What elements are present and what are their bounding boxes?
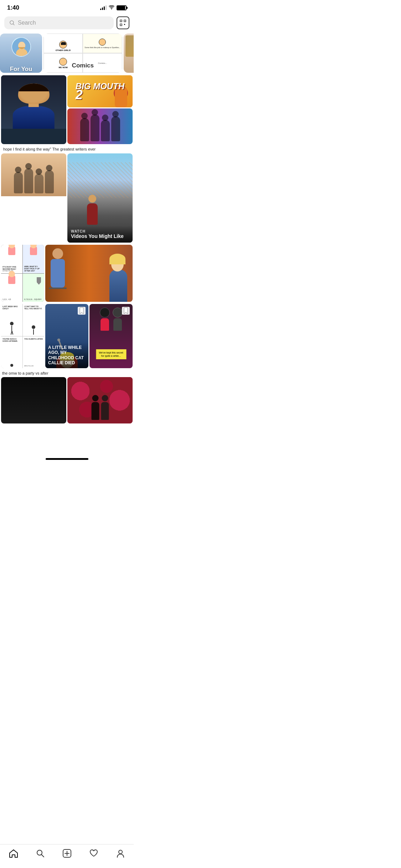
bookmark-2-svg [122, 307, 130, 315]
category-comics-label: Comics [43, 62, 122, 69]
search-bar[interactable]: Search [4, 16, 114, 29]
flowers-item[interactable] [67, 377, 133, 423]
comedian-item[interactable]: A LITTLE WHILE AGO, MY CHILDHOOD CAT CAL… [45, 304, 88, 368]
woman-portrait-item[interactable] [1, 75, 66, 144]
person-avatar-icon [12, 38, 31, 57]
video-thumbnail: WATCH Videos You Might Like [67, 153, 133, 243]
status-icons [100, 5, 127, 11]
for-you-bg: For You [0, 37, 42, 73]
content-row-3: IT'S OKAY! FIVE SECOND RULE! OH NO! PLOP… [0, 244, 134, 303]
stick-text-3: YOU'RE SUCH A GOOD LISTENER. [2, 338, 21, 342]
category-tabs: For You OTHER GIRLS! Some think like pin… [0, 32, 134, 74]
video-section[interactable]: WATCH Videos You Might Like [67, 153, 133, 243]
big-mouth-item[interactable]: BIG MOUTH 2 [67, 75, 133, 107]
stick-figure-image: LAST WEEK WAS CRAZY I CAN'T WAIT TO TELL… [1, 304, 44, 368]
signal-bar-2 [102, 7, 103, 10]
big-mouth-image: BIG MOUTH 2 [67, 75, 133, 107]
big-mouth-text: BIG MOUTH 2 [76, 82, 124, 100]
bookmark-svg [78, 307, 86, 315]
strip-text-1: IT'S OKAY! FIVE SECOND RULE! [2, 266, 21, 270]
wifi-icon [109, 5, 114, 11]
stick-figure-item[interactable]: LAST WEEK WAS CRAZY I CAN'T WAIT TO TELL… [1, 304, 44, 368]
home-indicator-area [0, 453, 134, 465]
battery-fill [117, 6, 125, 10]
content-row-4: LAST WEEK WAS CRAZY I CAN'T WAIT TO TELL… [0, 303, 134, 369]
writers-caption-row: hope I find it along the way" The greate… [1, 145, 133, 152]
person-1 [80, 118, 89, 141]
strip-text-3: 1,2,3... 4,5 [2, 298, 21, 300]
bookmark-2-icon[interactable] [122, 307, 130, 315]
secret-text: We've kept this secret for quite a while… [99, 351, 123, 357]
stick-panel-1: LAST WEEK WAS CRAZY [1, 304, 22, 336]
writer-3 [35, 174, 43, 193]
secret-couple-image: We've kept this secret for quite a while… [89, 304, 133, 368]
video-overlay: WATCH Videos You Might Like [67, 226, 133, 243]
fashion-portrait-image [45, 245, 133, 302]
performer-text-overlay: A LITTLE WHILE AGO, MY CHILDHOOD CAT CAL… [45, 342, 88, 369]
strip-panel-3: 1,2,3... 4,5 [1, 274, 22, 302]
dark-thumbnail-item[interactable] [1, 377, 66, 423]
fork-icon [35, 277, 42, 288]
person-3 [101, 120, 110, 141]
writer-2 [24, 168, 33, 193]
svg-rect-3 [124, 20, 126, 22]
fashion-portrait-item[interactable] [45, 245, 133, 302]
group-photo-item[interactable] [67, 108, 133, 144]
comic-panel-2: Some think like pink or makeup or Sparkl… [83, 34, 122, 53]
stick-text-1: LAST WEEK WAS CRAZY [2, 305, 21, 310]
stick-panel-4: YOU ALWAYS LISTEN MRS.FOLLEN [23, 336, 44, 369]
person-4 [111, 116, 120, 141]
main-content: BIG MOUTH 2 hope I find it along the way… [0, 74, 134, 453]
stick-panel-3: YOU'RE SUCH A GOOD LISTENER. [1, 336, 22, 369]
stick-panel-2: I CAN'T WAIT TO TELL YOU ABOUT IT. [23, 304, 44, 336]
flowers-image [67, 377, 133, 423]
group-photo-image [67, 108, 133, 144]
comedian-image: A LITTLE WHILE AGO, MY CHILDHOOD CAT CAL… [45, 304, 88, 368]
status-bar: 1:40 [0, 0, 134, 14]
woman-portrait-image [1, 75, 66, 129]
writer-1 [14, 172, 23, 193]
search-bar-container: Search [0, 14, 134, 32]
crowd-pattern [67, 162, 133, 198]
status-time: 1:40 [7, 4, 19, 11]
search-icon [9, 20, 15, 26]
scan-icon [119, 19, 127, 26]
bookmark-icon[interactable] [78, 307, 86, 315]
svg-line-1 [13, 24, 15, 25]
comic-strip-image: IT'S OKAY! FIVE SECOND RULE! OH NO! PLOP… [1, 245, 44, 302]
secret-sign: We've kept this secret for quite a while… [96, 349, 126, 359]
category-style[interactable]: Style [124, 34, 134, 73]
svg-rect-5 [124, 24, 125, 25]
person-2 [91, 115, 99, 141]
style-pattern [125, 35, 134, 57]
performer-text: A LITTLE WHILE AGO, MY CHILDHOOD CAT CAL… [48, 345, 86, 366]
foreground-person [87, 203, 98, 225]
right-col-1: BIG MOUTH 2 [67, 75, 133, 144]
signal-bar-3 [104, 6, 105, 10]
strip-panel-4: 6,7,8,9,10... SQUISH! [23, 274, 44, 302]
stick-text-4: YOU ALWAYS LISTEN [24, 338, 43, 340]
fashion-woman [108, 245, 129, 302]
strip-text-4: 6,7,8,9,10... SQUISH! [24, 298, 43, 300]
comic-panel-1: OTHER GIRLS! [43, 34, 83, 53]
signal-bar-1 [100, 9, 101, 10]
party-caption: the omw to a party vs after [2, 371, 132, 376]
svg-rect-11 [38, 277, 40, 284]
secret-couple-item[interactable]: We've kept this secret for quite a while… [89, 304, 133, 368]
writer-4 [45, 170, 54, 193]
comic-text-2: Some think like pink or makeup or Sparkl… [84, 46, 120, 49]
search-placeholder: Search [18, 20, 36, 26]
video-title: Videos You Might Like [71, 233, 129, 239]
svg-rect-4 [120, 24, 122, 26]
woman-figure [7, 83, 60, 129]
comic-strip-item[interactable]: IT'S OKAY! FIVE SECOND RULE! OH NO! PLOP… [1, 245, 44, 302]
writers-group-item[interactable] [1, 153, 66, 243]
avatar [11, 37, 31, 57]
category-for-you[interactable]: For You [0, 34, 42, 73]
category-comics[interactable]: OTHER GIRLS! Some think like pink or mak… [43, 34, 122, 73]
couple-silhouettes [91, 402, 109, 420]
scan-button[interactable] [117, 16, 129, 29]
signal-bar-4 [106, 5, 107, 10]
svg-rect-2 [120, 20, 122, 22]
strip-panel-1: IT'S OKAY! FIVE SECOND RULE! OH NO! PLOP… [1, 245, 22, 273]
